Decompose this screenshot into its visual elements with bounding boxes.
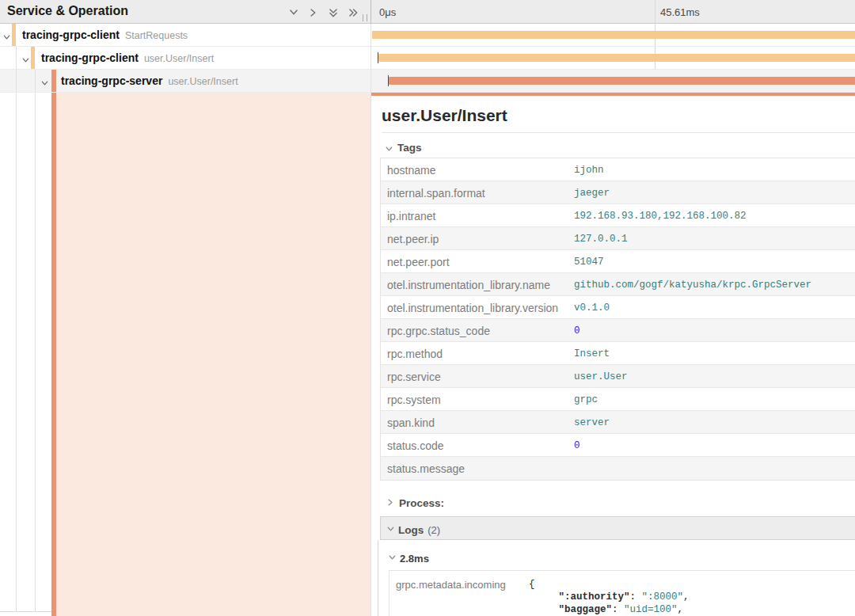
tag-key: rpc.system [381,388,568,410]
tag-key: ip.intranet [381,204,568,226]
logs-section-label: Logs [398,524,424,536]
span-row[interactable]: tracing-grpc-clientStartRequests [0,24,855,47]
span-name-column[interactable]: tracing-grpc-clientuser.User/Insert [0,47,370,70]
expand-one-icon[interactable] [308,7,319,18]
tag-key: rpc.grpc.status_code [381,319,568,341]
span-detail-panel: user.User/Insert Tags hostnameijohninter… [371,93,855,616]
tag-row: net.peer.ip127.0.0.1 [381,227,855,250]
timeline-collapse-controls [288,7,359,18]
expand-all-icon[interactable] [348,7,359,18]
json-value: { ":authority": ":8000", "baggage": "uid… [529,578,855,616]
title-divider [382,132,855,133]
tag-value: 127.0.0.1 [568,227,855,249]
span-collapse-chevron-icon[interactable] [21,54,30,68]
tag-value: 0 [568,434,855,456]
span-duration-bar[interactable] [372,31,855,39]
span-operation-name: user.User/Insert [144,53,214,64]
log-entry-container: 2.8ms grpc.metadata.incoming { ":authori… [378,540,855,616]
timeline-header-row: Service & Operation 0μs 45.61ms [0,0,855,24]
tag-row: rpc.grpc.status_code0 [381,319,855,342]
service-operation-header: Service & Operation [7,4,128,18]
column-divider-header [370,0,371,24]
tag-value: Insert [568,342,855,364]
log-fields-table: grpc.metadata.incoming { ":authority": "… [389,570,855,616]
tag-value: jaeger [568,181,855,203]
tag-key: span.kind [381,411,568,433]
detail-row-left [0,93,370,616]
span-duration-bar[interactable] [378,54,855,62]
log-field-key: grpc.metadata.incoming [390,571,522,616]
span-operation-name: StartRequests [125,30,188,41]
span-bar-label-tick [388,75,389,86]
span-timeline-view[interactable] [371,47,855,70]
collapse-one-icon[interactable] [288,7,299,18]
span-color-bar [12,24,16,47]
process-section-row[interactable]: Process: [386,496,444,510]
tag-key: status.code [381,434,568,456]
tag-row: internal.span.formatjaeger [381,181,855,204]
tag-row: rpc.serviceuser.User [381,365,855,388]
span-rows: tracing-grpc-clientStartRequeststracing-… [0,24,855,93]
span-operation-name: user.User/Insert [168,76,238,87]
tag-row: span.kindserver [381,411,855,434]
jaeger-trace-timeline: Service & Operation 0μs 45.61ms tracing-… [0,0,855,616]
tag-key: otel.instrumentation_library.version [381,296,568,318]
span-detail-tint [56,93,370,616]
span-collapse-chevron-icon[interactable] [40,77,49,91]
timeline-tick-label-1: 45.61ms [660,6,700,18]
log-entry-header[interactable]: 2.8ms [388,551,429,565]
tags-section-label[interactable]: Tags [397,142,422,154]
span-row[interactable]: tracing-grpc-serveruser.User/Insert [0,70,855,93]
tag-value: 192.168.93.180,192.168.100.82 [568,204,855,226]
span-row[interactable]: tracing-grpc-clientuser.User/Insert [0,47,855,70]
tag-key: internal.span.format [381,181,568,203]
tag-key: net.peer.port [381,250,568,272]
tag-row: rpc.systemgrpc [381,388,855,411]
span-duration-bar[interactable] [388,77,855,85]
log-field-value: { ":authority": ":8000", "baggage": "uid… [522,571,855,616]
tag-row: rpc.methodInsert [381,342,855,365]
tag-key: otel.instrumentation_library.name [381,273,568,295]
span-bar-label-tick [378,52,378,63]
logs-chevron-icon [386,523,395,537]
span-timeline-view[interactable] [371,70,855,93]
tag-key: hostname [381,158,568,181]
span-service-name: tracing-grpc-clientuser.User/Insert [41,51,214,64]
tree-guide-line [35,70,36,93]
span-timeline-view[interactable] [371,24,855,47]
span-collapse-chevron-icon[interactable] [2,31,11,45]
column-resizer-grip[interactable] [363,14,367,21]
logs-count: (2) [428,524,440,536]
tags-chevron-icon[interactable] [385,143,393,157]
span-name-column[interactable]: tracing-grpc-serveruser.User/Insert [0,70,370,93]
collapse-all-icon[interactable] [328,7,339,18]
span-name-column[interactable]: tracing-grpc-clientStartRequests [0,24,370,47]
timeline-tick-label-0: 0μs [379,6,396,18]
tree-guide-line [16,47,17,70]
logs-section-header[interactable]: Logs (2) [380,516,855,540]
process-chevron-icon [386,496,395,510]
tag-key: status.message [381,457,568,480]
log-time-chevron-icon [388,551,397,565]
tags-table: hostnameijohninternal.span.formatjaegeri… [380,158,855,481]
span-detail-title: user.User/Insert [382,106,507,125]
span-color-bar [51,70,56,93]
tag-value: ijohn [568,158,855,181]
tag-value: grpc [568,388,855,410]
tag-value: v0.1.0 [568,296,855,318]
tag-row: ip.intranet192.168.93.180,192.168.100.82 [381,204,855,227]
tag-value: 51047 [568,250,855,272]
tag-row: hostnameijohn [381,158,855,181]
process-section-label: Process: [399,497,444,509]
tag-row: net.peer.port51047 [381,250,855,273]
tag-key: rpc.service [381,365,568,387]
tree-end-line [0,611,51,612]
tag-value: 0 [568,319,855,341]
span-color-bar [31,47,35,70]
tree-guide-line [16,70,17,93]
tag-key: rpc.method [381,342,568,364]
log-timestamp: 2.8ms [400,553,429,565]
span-service-name: tracing-grpc-clientStartRequests [22,29,188,41]
tag-row: otel.instrumentation_library.versionv0.1… [381,296,855,319]
tag-value: server [568,411,855,433]
